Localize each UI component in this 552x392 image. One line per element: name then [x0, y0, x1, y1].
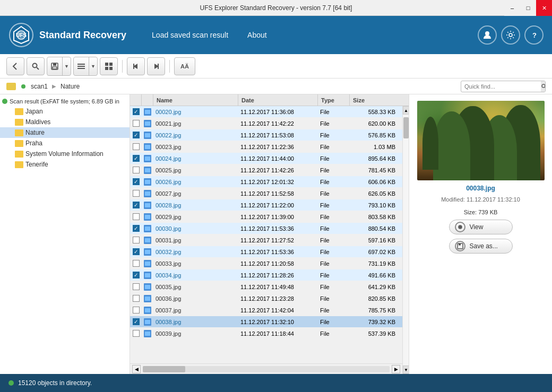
checkbox-cell[interactable]	[130, 293, 142, 304]
save-dropdown-button[interactable]: ▼	[62, 57, 71, 75]
next-file-button[interactable]	[147, 57, 165, 75]
checkbox-cell[interactable]: ✓	[130, 269, 142, 281]
file-checkbox[interactable]: ✓	[133, 248, 140, 255]
scroll-left-button[interactable]: ◀	[132, 365, 141, 373]
table-row[interactable]: ✓00028.jpg11.12.2017 11:22:00File793.10 …	[130, 199, 402, 211]
view-button[interactable]: View	[449, 220, 513, 234]
table-row[interactable]: 00031.jpg11.12.2017 11:27:52File597.16 K…	[130, 234, 402, 246]
file-checkbox[interactable]	[133, 330, 140, 337]
table-row[interactable]: 00029.jpg11.12.2017 11:39:00File803.58 K…	[130, 211, 402, 223]
save-main-button[interactable]	[47, 57, 62, 75]
list-view-button[interactable]	[74, 57, 89, 75]
checkbox-cell[interactable]	[130, 211, 142, 222]
scan-result-item[interactable]: Scan result (ExFAT file system; 6.89 GB …	[0, 97, 130, 106]
table-row[interactable]: 00021.jpg11.12.2017 11:42:22File620.00 K…	[130, 118, 402, 129]
user-button[interactable]	[478, 25, 497, 45]
file-checkbox[interactable]: ✓	[133, 132, 140, 138]
vscroll-down-button[interactable]: ▼	[403, 365, 409, 374]
file-list-body[interactable]: ✓00020.jpg11.12.2017 11:36:08File558.33 …	[130, 106, 402, 363]
checkbox-cell[interactable]: ✓	[130, 223, 142, 234]
breadcrumb-scan[interactable]: scan1	[31, 83, 48, 90]
file-checkbox[interactable]: ✓	[133, 225, 140, 232]
file-checkbox[interactable]	[133, 307, 140, 313]
sidebar-item-nature[interactable]: Nature	[0, 127, 130, 138]
file-checkbox[interactable]: ✓	[133, 272, 140, 278]
checkbox-cell[interactable]: ✓	[130, 153, 142, 164]
vscroll-thumb[interactable]	[403, 117, 409, 138]
breadcrumb-folder-name[interactable]: Nature	[61, 83, 80, 90]
file-checkbox[interactable]	[133, 213, 140, 220]
checkbox-cell[interactable]	[130, 164, 142, 176]
file-checkbox[interactable]	[133, 283, 140, 290]
grid-view-button[interactable]	[100, 57, 118, 75]
checkbox-cell[interactable]	[130, 234, 142, 246]
view-mode-button-split[interactable]: ▼	[73, 57, 98, 76]
sidebar-item-praha[interactable]: Praha	[0, 138, 130, 149]
file-checkbox[interactable]: ✓	[133, 202, 140, 208]
table-row[interactable]: 00036.jpg11.12.2017 11:23:28File820.85 K…	[130, 293, 402, 304]
file-checkbox[interactable]	[133, 237, 140, 243]
text-preview-button[interactable]: AÄ	[174, 57, 195, 75]
nav-load-scan[interactable]: Load saved scan result	[148, 29, 232, 41]
settings-button[interactable]	[501, 25, 520, 45]
checkbox-cell[interactable]	[130, 328, 142, 339]
file-checkbox[interactable]	[133, 167, 140, 173]
checkbox-cell[interactable]	[130, 118, 142, 129]
column-header-date[interactable]: Date	[238, 94, 318, 106]
help-button[interactable]: ?	[524, 25, 544, 45]
scroll-thumb[interactable]	[143, 366, 185, 372]
back-button[interactable]	[6, 57, 24, 75]
vscroll-up-button[interactable]: ▲	[403, 106, 409, 115]
file-checkbox[interactable]: ✓	[133, 178, 140, 185]
maximize-button[interactable]: □	[520, 0, 536, 16]
table-row[interactable]: 00027.jpg11.12.2017 11:52:58File626.05 K…	[130, 188, 402, 199]
table-row[interactable]: 00035.jpg11.12.2017 11:49:48File641.29 K…	[130, 281, 402, 293]
sidebar-item-system-volume[interactable]: System Volume Information	[0, 149, 130, 159]
prev-file-button[interactable]	[127, 57, 145, 75]
checkbox-cell[interactable]	[130, 281, 142, 292]
table-row[interactable]: 00039.jpg11.12.2017 11:18:44File537.39 K…	[130, 328, 402, 339]
checkbox-cell[interactable]: ✓	[130, 176, 142, 187]
table-row[interactable]: 00033.jpg11.12.2017 11:20:58File731.19 K…	[130, 258, 402, 269]
file-checkbox[interactable]	[133, 143, 140, 150]
checkbox-cell[interactable]: ✓	[130, 129, 142, 141]
checkbox-cell[interactable]: ✓	[130, 106, 142, 117]
table-row[interactable]: ✓00030.jpg11.12.2017 11:53:36File880.54 …	[130, 223, 402, 234]
checkbox-cell[interactable]	[130, 188, 142, 199]
save-button-split[interactable]: ▼ Save (recover) selection	[47, 57, 71, 76]
table-row[interactable]: ✓00024.jpg11.12.2017 11:44:00File895.64 …	[130, 153, 402, 164]
close-button[interactable]: ✕	[536, 0, 552, 16]
table-row[interactable]: ✓00026.jpg11.12.2017 12:01:32File606.06 …	[130, 176, 402, 188]
table-row[interactable]: 00037.jpg11.12.2017 11:42:04File785.75 K…	[130, 304, 402, 316]
scroll-right-button[interactable]: ▶	[392, 365, 400, 373]
file-checkbox[interactable]	[133, 295, 140, 302]
table-row[interactable]: ✓00032.jpg11.12.2017 11:53:36File697.02 …	[130, 246, 402, 258]
file-checkbox[interactable]	[133, 190, 140, 197]
sidebar-item-japan[interactable]: Japan	[0, 106, 130, 117]
column-header-name[interactable]: Name	[153, 94, 238, 106]
sidebar-item-tenerife[interactable]: Tenerife	[0, 159, 130, 170]
table-row[interactable]: ✓00038.jpg11.12.2017 11:32:10File739.32 …	[130, 316, 402, 328]
file-checkbox[interactable]	[133, 120, 140, 127]
search-button[interactable]	[27, 57, 45, 75]
file-checkbox[interactable]: ✓	[133, 155, 140, 162]
checkbox-cell[interactable]	[130, 141, 142, 152]
table-row[interactable]: ✓00020.jpg11.12.2017 11:36:08File558.33 …	[130, 106, 402, 118]
table-row[interactable]: ✓00022.jpg11.12.2017 11:53:08File576.85 …	[130, 129, 402, 141]
search-submit-button[interactable]	[541, 81, 546, 92]
scroll-track[interactable]	[143, 366, 390, 372]
file-checkbox[interactable]: ✓	[133, 318, 140, 325]
column-header-type[interactable]: Type	[318, 94, 350, 106]
table-row[interactable]: ✓00034.jpg11.12.2017 11:28:26File491.66 …	[130, 269, 402, 281]
table-row[interactable]: 00023.jpg11.12.2017 11:22:36File1.03 MB	[130, 141, 402, 153]
checkbox-cell[interactable]: ✓	[130, 199, 142, 211]
checkbox-cell[interactable]: ✓	[130, 246, 142, 257]
nav-about[interactable]: About	[243, 29, 271, 41]
checkbox-cell[interactable]	[130, 304, 142, 316]
checkbox-cell[interactable]: ✓	[130, 316, 142, 327]
sidebar-item-maldives[interactable]: Maldives	[0, 117, 130, 127]
table-row[interactable]: 00025.jpg11.12.2017 11:42:26File781.45 K…	[130, 164, 402, 176]
search-input[interactable]	[461, 83, 541, 90]
file-checkbox[interactable]: ✓	[133, 108, 140, 115]
view-dropdown-button[interactable]: ▼	[89, 57, 97, 75]
